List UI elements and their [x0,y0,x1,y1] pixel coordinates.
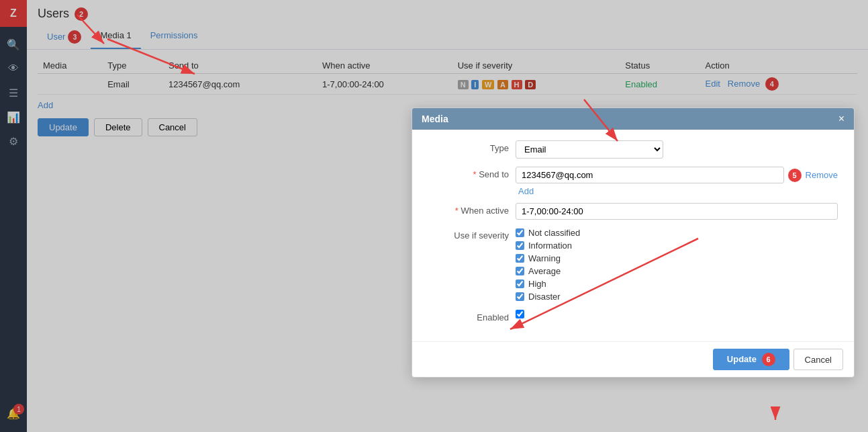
severity-checkboxes: Not classified Information Warning Avera… [516,228,580,302]
modal-update-button[interactable]: Update 6 [713,349,789,370]
type-select[interactable]: Email SMS Jabber Ez Texting [516,140,663,159]
when-active-label: * When active [428,203,509,216]
send-to-remove-link[interactable]: Remove [806,170,838,180]
severity-disaster[interactable]: Disaster [516,292,580,302]
cb-not-classified[interactable] [516,228,524,237]
media-modal: Media × Type Email SMS Jabber Ez Texting… [412,107,855,378]
modal-title: Media [422,114,448,124]
enabled-checkbox[interactable] [516,310,524,318]
modal-cancel-button[interactable]: Cancel [793,349,843,370]
when-active-row: * When active [428,203,838,220]
severity-not-classified[interactable]: Not classified [516,228,580,238]
step-badge-5: 5 [788,169,802,182]
type-label: Type [428,140,509,153]
cb-warning[interactable] [516,254,524,263]
cb-information[interactable] [516,241,524,250]
severity-average[interactable]: Average [516,266,580,276]
send-to-add-row: Add [516,186,838,196]
enabled-row: Enabled [428,310,838,322]
modal-header: Media × [412,108,854,130]
send-to-label: * Send to [428,167,509,179]
type-row: Type Email SMS Jabber Ez Texting [428,140,838,159]
enabled-label: Enabled [428,310,509,322]
send-to-input[interactable] [516,167,784,183]
step-badge-6: 6 [762,353,775,366]
severity-information[interactable]: Information [516,241,580,251]
when-active-input[interactable] [516,203,838,220]
send-to-row: * Send to 5 Remove [428,167,838,183]
modal-footer: Update 6 Cancel [412,341,854,377]
send-to-add-link[interactable]: Add [518,186,534,196]
cb-high[interactable] [516,279,524,288]
modal-overlay: Media × Type Email SMS Jabber Ez Texting… [0,0,868,432]
cb-disaster[interactable] [516,292,524,301]
cb-average[interactable] [516,267,524,275]
severity-row: Use if severity Not classified Informati… [428,228,838,302]
modal-close-button[interactable]: × [838,114,845,124]
severity-warning[interactable]: Warning [516,253,580,263]
severity-high[interactable]: High [516,279,580,289]
severity-label: Use if severity [428,228,509,241]
modal-body: Type Email SMS Jabber Ez Texting * Send … [412,130,854,341]
